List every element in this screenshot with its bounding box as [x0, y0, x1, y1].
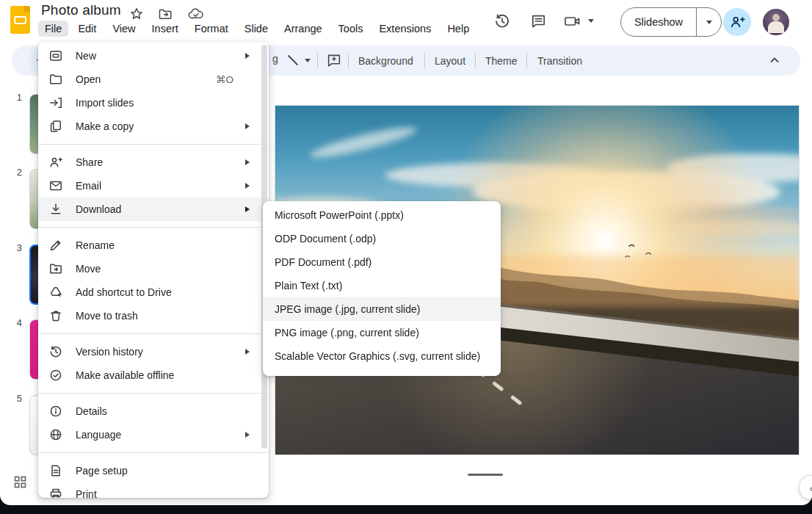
- email-icon: [48, 178, 63, 193]
- speaker-notes-resize-handle[interactable]: [468, 474, 503, 476]
- menu-slide[interactable]: Slide: [238, 21, 275, 37]
- file-menu-item-move-to-trash[interactable]: Move to trash: [38, 304, 269, 327]
- document-title[interactable]: Photo album: [41, 2, 121, 18]
- slide-number-5: 5: [4, 393, 22, 404]
- add-shortcut-drive-icon: [48, 285, 63, 300]
- line-tool-icon[interactable]: [285, 52, 301, 68]
- share-button[interactable]: [723, 8, 751, 36]
- slide-number-3: 3: [4, 242, 22, 253]
- file-menu-item-share[interactable]: Share: [38, 151, 269, 174]
- menu-view[interactable]: View: [106, 21, 142, 37]
- meet-dropdown-caret[interactable]: [588, 19, 594, 23]
- menu-arrange[interactable]: Arrange: [278, 21, 329, 37]
- slideshow-split-button: Slideshow: [620, 7, 722, 37]
- top-bar: Photo album File Edit View Insert Format…: [0, 0, 812, 42]
- file-menu-item-version-history[interactable]: Version history: [38, 340, 269, 363]
- download-item-png[interactable]: PNG image (.png, current slide): [263, 321, 501, 344]
- open-folder-icon: [48, 72, 63, 87]
- menu-extensions[interactable]: Extensions: [372, 21, 438, 37]
- file-menu-item-rename[interactable]: Rename: [38, 234, 269, 257]
- slideshow-button[interactable]: Slideshow: [621, 8, 696, 36]
- file-menu-item-import-slides[interactable]: Import slides: [38, 91, 269, 115]
- account-avatar[interactable]: [763, 9, 789, 35]
- grid-view-icon[interactable]: [14, 476, 26, 488]
- theme-button[interactable]: Theme: [481, 46, 522, 76]
- comments-icon[interactable]: [523, 7, 553, 36]
- download-item-svg[interactable]: Scalable Vector Graphics (.svg, current …: [263, 344, 501, 368]
- download-icon: [48, 202, 63, 217]
- file-menu-item-download[interactable]: Download: [38, 198, 269, 221]
- download-item-pdf[interactable]: PDF Document (.pdf): [263, 250, 501, 274]
- download-item-jpeg[interactable]: JPEG image (.jpg, current slide): [263, 297, 501, 321]
- file-menu-item-make-a-copy[interactable]: Make a copy: [38, 115, 269, 138]
- trash-icon: [48, 308, 63, 323]
- rename-pencil-icon: [48, 238, 63, 253]
- file-menu-item-details[interactable]: Details: [38, 399, 269, 423]
- version-history-icon[interactable]: [487, 7, 517, 36]
- toolbar-partial-element: g: [272, 53, 278, 65]
- menu-tools[interactable]: Tools: [332, 21, 370, 37]
- offline-check-icon: [48, 368, 63, 383]
- make-a-copy-icon: [48, 119, 63, 134]
- version-history-clock-icon: [48, 344, 63, 359]
- move-folder-icon: [48, 261, 63, 276]
- file-menu: New Open⌘O Import slides Make a copy Sha…: [38, 42, 269, 498]
- menu-format[interactable]: Format: [188, 21, 235, 37]
- file-menu-item-language[interactable]: Language: [38, 423, 269, 446]
- slide-number-2: 2: [4, 167, 22, 178]
- page-setup-icon: [48, 463, 63, 478]
- background-button[interactable]: Background: [354, 46, 418, 76]
- menu-file[interactable]: File: [38, 21, 68, 37]
- new-icon: [48, 48, 63, 63]
- file-menu-item-page-setup[interactable]: Page setup: [38, 459, 269, 482]
- cloud-saved-icon[interactable]: [187, 7, 205, 21]
- meet-camera-icon[interactable]: [562, 7, 584, 36]
- slides-logo-icon[interactable]: [10, 6, 30, 34]
- file-menu-item-email[interactable]: Email: [38, 174, 269, 198]
- download-item-txt[interactable]: Plain Text (.txt): [263, 274, 501, 297]
- collapse-panel-chevron-button[interactable]: ‹: [799, 475, 812, 500]
- import-slides-icon: [48, 95, 63, 110]
- star-icon[interactable]: [129, 7, 144, 21]
- print-icon: [48, 487, 63, 498]
- slide-number-1: 1: [4, 92, 22, 103]
- language-globe-icon: [48, 427, 63, 442]
- hide-menus-chevron-icon[interactable]: [769, 54, 780, 66]
- file-menu-item-move[interactable]: Move: [38, 257, 269, 280]
- menu-bar: File Edit View Insert Format Slide Arran…: [38, 21, 476, 37]
- download-item-odp[interactable]: ODP Document (.odp): [263, 227, 501, 250]
- file-menu-item-make-available-offline[interactable]: Make available offline: [38, 363, 269, 387]
- share-person-add-icon: [48, 155, 63, 170]
- menu-insert[interactable]: Insert: [145, 21, 185, 37]
- slideshow-dropdown[interactable]: [697, 8, 721, 36]
- details-info-icon: [48, 404, 63, 419]
- file-menu-item-new[interactable]: New: [38, 44, 269, 68]
- google-slides-window: Photo album File Edit View Insert Format…: [0, 0, 812, 505]
- file-menu-item-open[interactable]: Open⌘O: [38, 68, 269, 91]
- file-menu-item-add-shortcut-to-drive[interactable]: Add shortcut to Drive: [38, 280, 269, 304]
- menu-help[interactable]: Help: [441, 21, 476, 37]
- file-menu-item-print[interactable]: Print: [38, 482, 269, 498]
- download-item-pptx[interactable]: Microsoft PowerPoint (.pptx): [263, 203, 501, 227]
- move-to-folder-icon[interactable]: [158, 7, 173, 21]
- insert-comment-icon[interactable]: [326, 52, 342, 68]
- download-submenu: Microsoft PowerPoint (.pptx) ODP Documen…: [263, 201, 501, 376]
- line-tool-caret[interactable]: [305, 59, 311, 62]
- menu-edit[interactable]: Edit: [71, 21, 103, 37]
- slide-number-4: 4: [4, 317, 22, 328]
- transition-button[interactable]: Transition: [533, 46, 587, 76]
- layout-button[interactable]: Layout: [430, 46, 470, 76]
